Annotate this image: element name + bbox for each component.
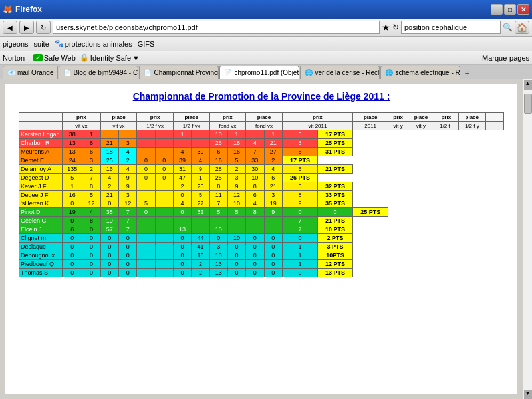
table-row: Piedboeuf Q00000213000112 PTS — [19, 260, 504, 269]
title-bar-left: 🦊 Firefox — [3, 5, 42, 14]
norton-safe-web[interactable]: ✓ Safe Web — [33, 54, 76, 62]
norton-label: Norton - — [3, 54, 29, 62]
table-row: Charbon R1362132518421325 PTS — [19, 139, 504, 148]
home-button[interactable]: 🏠 — [515, 21, 529, 34]
tab-icon: 📧 — [7, 69, 15, 76]
nav-bar: ◀ ▶ ↻ ★ ↻ 🔍 🏠 — [0, 19, 532, 36]
tab-blog[interactable]: 📄 Blog de bjm59494 - C... ✕ — [59, 66, 138, 79]
tab-mail-orange[interactable]: 📧 mail Orange — [3, 66, 58, 79]
table-row: Debougnoux000001610000110PTS — [19, 251, 504, 260]
page-title: Championnat de Promotion de la Province … — [19, 91, 504, 102]
forward-button[interactable]: ▶ — [19, 21, 34, 34]
tabs-bar: 📧 mail Orange 📄 Blog de bjm59494 - C... … — [0, 65, 532, 79]
firefox-icon: 🦊 — [3, 5, 13, 14]
bookmarks-bar: pigeons suite 🐾protections animales GIFS — [0, 37, 532, 51]
identity-safe[interactable]: 🔒 Identity Safe ▼ — [80, 53, 140, 62]
content-area: Championnat de Promotion de la Province … — [0, 79, 532, 399]
tab-schema[interactable]: 🌐 schema electrique - R... ✕ — [380, 66, 460, 79]
window-title: Firefox — [15, 5, 42, 14]
new-tab-button[interactable]: + — [461, 67, 473, 79]
championship-table: prix place prix place prix place prix pl… — [19, 112, 504, 277]
address-bar[interactable] — [53, 21, 380, 34]
title-bar: 🦊 Firefox _ □ ✕ — [0, 0, 532, 19]
tab-chpromo[interactable]: 📄 chpromo11.pdf (Objet... ✕ — [219, 66, 299, 79]
norton-right: Marque-pages — [482, 54, 529, 62]
window-controls: _ □ ✕ — [491, 4, 529, 15]
tab-icon: 📄 — [144, 69, 152, 76]
table-row: 'sHerren K0120125427710419935 PTS — [19, 200, 504, 208]
tab-icon: 📄 — [224, 69, 232, 76]
table-row: Demet E2432520039416533217 PTS — [19, 156, 504, 165]
table-row: Degee J F16521305111263833 PTS — [19, 191, 504, 200]
refresh-button[interactable]: ↻ — [36, 21, 51, 34]
page-content: Championnat de Promotion de la Province … — [5, 84, 517, 394]
table-row: Delannoy A135216400319282304521 PTS — [19, 165, 504, 174]
table-header-row-1: prix place prix place prix place prix pl… — [19, 113, 504, 122]
tab-icon: 🌐 — [385, 69, 393, 76]
back-button[interactable]: ◀ — [3, 21, 17, 34]
star-icon[interactable]: ★ — [382, 22, 390, 33]
marque-pages[interactable]: Marque-pages — [482, 54, 529, 62]
table-row: Geelen G08107721 PTS — [19, 217, 504, 225]
bookmark-gifs[interactable]: GIFS — [138, 40, 155, 48]
bookmark-pigeons[interactable]: pigeons — [3, 40, 29, 48]
table-row: Declaque0000041300013 PTS — [19, 243, 504, 251]
table-row: Kersten Logan38111011317 PTS — [19, 130, 504, 139]
refresh-icon[interactable]: ↻ — [392, 23, 399, 32]
maximize-button[interactable]: □ — [504, 4, 516, 15]
tab-icon: 📄 — [63, 69, 71, 76]
norton-left: Norton - ✓ Safe Web 🔒 Identity Safe ▼ — [3, 53, 140, 62]
table-row: Meurens A136184439616727531 PTS — [19, 148, 504, 156]
table-row: Clignet m00000440100002 PTS — [19, 234, 504, 243]
scrollbar[interactable]: ▲ ▼ — [523, 79, 532, 399]
bookmark-suite[interactable]: suite — [34, 40, 49, 48]
table-row: Thomas S00000213000013 PTS — [19, 269, 504, 277]
table-row: Pinot D194387003155890025 PTS — [19, 208, 504, 217]
tab-championnat[interactable]: 📄 Championnat Provinci... ✕ — [139, 66, 219, 79]
browser-toolbar: ◀ ▶ ↻ ★ ↻ 🔍 🏠 — [0, 19, 532, 37]
table-row: Degeest D57490047125310626 PTS — [19, 174, 504, 182]
norton-bar: Norton - ✓ Safe Web 🔒 Identity Safe ▼ Ma… — [0, 51, 532, 65]
minimize-button[interactable]: _ — [491, 4, 503, 15]
scroll-thumb[interactable] — [524, 94, 532, 114]
tab-icon: 🌐 — [305, 69, 313, 76]
table-row: Kever J F182922589821332 PTS — [19, 182, 504, 191]
tab-ver[interactable]: 🌐 ver de la cerise - Rech... ✕ — [300, 66, 380, 79]
search-icon[interactable]: 🔍 — [503, 23, 513, 32]
bookmark-protections[interactable]: 🐾protections animales — [55, 39, 132, 48]
table-row: Elcein J605771310710 PTS — [19, 225, 504, 234]
table-header-row-2: vit vx vit vx 1/2 f vx 1/2 f vx fond vx … — [19, 122, 504, 130]
search-bar[interactable] — [401, 21, 501, 34]
close-button[interactable]: ✕ — [517, 4, 529, 15]
